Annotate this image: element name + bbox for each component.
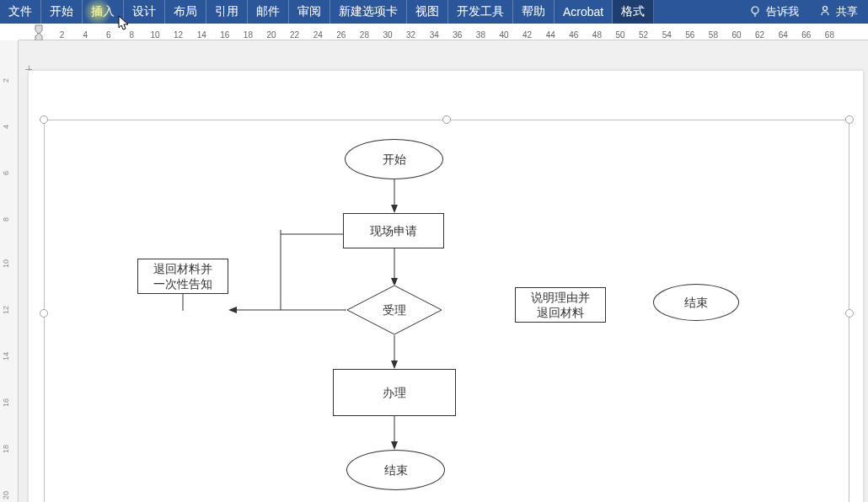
ruler-tick: 44 [546, 30, 555, 40]
selection-handle[interactable] [442, 115, 451, 124]
ruler-tick: 68 [825, 30, 834, 40]
page[interactable]: 开始 现场申请 退回材料并一次性告知 [29, 71, 863, 502]
ruler-tick: 10 [150, 30, 159, 40]
svg-marker-15 [391, 360, 398, 369]
tellme-label: 告诉我 [766, 4, 799, 19]
shape-label: 结束 [384, 462, 408, 478]
ruler-tick: 12 [2, 306, 10, 314]
lightbulb-icon [749, 5, 761, 19]
ruler-tick: 8 [130, 30, 135, 40]
ruler-tick: 2 [2, 78, 10, 83]
ruler-tick: 6 [2, 171, 10, 175]
ruler-tick: 58 [709, 30, 718, 40]
ruler-tick: 62 [755, 30, 764, 40]
ribbon-tab-file[interactable]: 文件 [0, 0, 41, 24]
share-label: 共享 [836, 4, 858, 19]
ruler-tick: 2 [60, 30, 65, 40]
ruler-tick: 48 [592, 30, 602, 40]
shape-label: 结束 [684, 295, 708, 310]
svg-point-0 [752, 7, 758, 13]
ruler-tick: 34 [430, 30, 439, 40]
ruler-tick: 6 [106, 30, 111, 40]
flowchart-process[interactable]: 办理 [333, 369, 456, 416]
page-area: 开始 现场申请 退回材料并一次性告知 [19, 40, 868, 502]
ribbon-tab-devtools[interactable]: 开发工具 [448, 0, 513, 24]
ruler-tick: 28 [360, 30, 369, 40]
shape-label: 开始 [383, 152, 406, 167]
ribbon-tab-home[interactable]: 开始 [41, 0, 83, 24]
ruler-tick: 16 [2, 398, 10, 407]
ruler-tick: 64 [779, 30, 788, 40]
flow-connector[interactable] [179, 294, 189, 311]
selection-handle[interactable] [40, 309, 48, 318]
ruler-tick: 18 [2, 445, 10, 453]
ruler-tick: 38 [476, 30, 485, 40]
flowchart-explain[interactable]: 说明理由并退回材料 [515, 287, 606, 323]
flow-connector[interactable] [281, 230, 348, 240]
flow-connector[interactable] [276, 230, 287, 310]
ruler-tick: 24 [313, 30, 323, 40]
ruler-tick: 22 [290, 30, 299, 40]
vertical-ruler: 2468101214161820 [0, 40, 19, 502]
shape-label: 说明理由并退回材料 [531, 290, 590, 320]
ribbon: 文件 开始 插入 设计 布局 引用 邮件 审阅 新建选项卡 视图 开发工具 帮助… [0, 0, 868, 24]
ribbon-tab-help[interactable]: 帮助 [513, 0, 555, 24]
svg-marker-3 [35, 33, 42, 40]
selection-handle[interactable] [845, 309, 854, 318]
svg-marker-17 [391, 441, 398, 450]
ruler-tick: 14 [197, 30, 206, 40]
ribbon-tab-references[interactable]: 引用 [206, 0, 248, 24]
ribbon-tab-review[interactable]: 审阅 [289, 0, 330, 24]
ruler-tick: 26 [336, 30, 346, 40]
flow-arrow[interactable] [228, 306, 351, 316]
flowchart-end[interactable]: 结束 [346, 450, 445, 490]
flow-arrow[interactable] [390, 416, 400, 450]
ruler-tick: 12 [174, 30, 183, 40]
tellme-button[interactable]: 告诉我 [739, 0, 809, 24]
flow-arrow[interactable] [390, 335, 400, 369]
flowchart-accept[interactable]: 受理 [346, 285, 442, 335]
ruler-tick: 50 [615, 30, 624, 40]
ribbon-tab-format[interactable]: 格式 [613, 0, 654, 24]
ribbon-tab-mail[interactable]: 邮件 [248, 0, 289, 24]
flow-arrow[interactable] [390, 248, 400, 286]
ruler-tick: 42 [522, 30, 532, 40]
horizontal-ruler: 2468101214161820222426283032343638404244… [19, 24, 868, 40]
ruler-tick: 10 [2, 259, 10, 268]
share-icon [819, 5, 831, 19]
flowchart-start[interactable]: 开始 [345, 139, 443, 179]
ruler-tick: 4 [2, 125, 10, 129]
ruler-tick: 18 [244, 30, 253, 40]
indent-marker-icon[interactable] [30, 24, 47, 40]
shape-label: 受理 [383, 302, 406, 318]
flowchart-apply[interactable]: 现场申请 [343, 213, 444, 248]
ruler-tick: 20 [266, 30, 276, 40]
ruler-tick: 32 [406, 30, 415, 40]
selection-handle[interactable] [40, 115, 48, 124]
ribbon-tab-design[interactable]: 设计 [124, 0, 165, 24]
ruler-tick: 54 [662, 30, 672, 40]
ruler-tick: 56 [685, 30, 694, 40]
ruler-tick: 4 [83, 30, 88, 40]
shape-label: 退回材料并一次性告知 [153, 261, 212, 291]
ribbon-tab-insert[interactable]: 插入 [83, 0, 124, 24]
ribbon-tab-newtab[interactable]: 新建选项卡 [330, 0, 407, 24]
ruler-tick: 14 [2, 352, 10, 360]
ribbon-tab-layout[interactable]: 布局 [165, 0, 206, 24]
selection-handle[interactable] [845, 115, 854, 124]
flowchart-return-notice[interactable]: 退回材料并一次性告知 [137, 259, 228, 294]
share-button[interactable]: 共享 [809, 0, 868, 24]
ruler-tick: 46 [569, 30, 578, 40]
ruler-tick: 30 [383, 30, 392, 40]
ribbon-tab-acrobat[interactable]: Acrobat [555, 0, 613, 24]
drawing-canvas[interactable]: 开始 现场申请 退回材料并一次性告知 [44, 120, 849, 502]
ruler-tick: 36 [453, 30, 462, 40]
svg-marker-5 [391, 205, 398, 213]
flowchart-end-right[interactable]: 结束 [653, 284, 739, 321]
svg-point-1 [823, 6, 828, 10]
ruler-tick: 40 [499, 30, 508, 40]
ruler-tick: 16 [220, 30, 229, 40]
ribbon-tab-view[interactable]: 视图 [407, 0, 448, 24]
flow-arrow[interactable] [390, 179, 400, 213]
shape-label: 办理 [383, 385, 406, 400]
